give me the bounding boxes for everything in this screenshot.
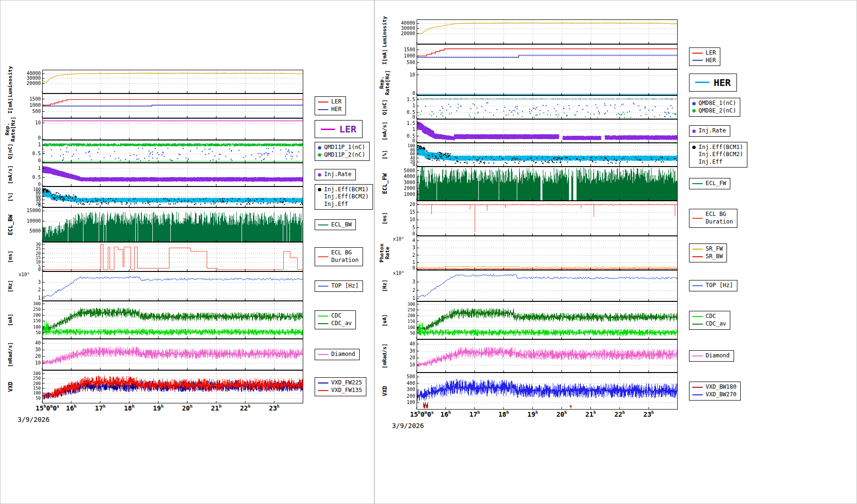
legend-entry: ECL_FW xyxy=(692,180,726,187)
x-tick-label: 21h xyxy=(211,404,222,412)
legend-label-line: Inj.Rate xyxy=(699,127,726,135)
y-axis-label-ecl-bg: [ms] xyxy=(1,242,17,271)
legend-rep-rate: HER xyxy=(689,74,737,92)
plot-ecl-bg xyxy=(17,242,307,271)
y-axis-label-line: [uA] xyxy=(382,314,388,327)
y-axis-label-charge: Q[nC] xyxy=(1,140,17,163)
legend-label: Inj.Eff(BCM1) xyxy=(699,144,743,151)
legend-label: ECL_FW xyxy=(706,180,726,187)
legend-entry: Inj.Eff xyxy=(692,159,743,166)
legend-entry: LER xyxy=(692,49,716,57)
x-tick-number: 15 xyxy=(36,404,44,412)
legend-line-sample xyxy=(318,390,328,391)
legend-label: HER xyxy=(714,76,731,89)
legend-label-line: Inj.Eff(BCM1) xyxy=(324,186,369,194)
x-tick-number: 18 xyxy=(124,404,132,412)
legend-entry: QMD11P_2(nC) xyxy=(318,151,365,159)
plot-diamond xyxy=(391,339,681,373)
legend-charge: QMD11P_1(nC)QMD11P_2(nC) xyxy=(315,142,370,160)
x-tick-unit: h xyxy=(74,404,76,409)
legend-label-line: QMD11P_1(nC) xyxy=(324,144,365,151)
x-tick-number: 15 xyxy=(410,411,418,418)
legend-label-line: ECL BG xyxy=(331,249,359,257)
row-ecl-bg: [ms]ECL BGDuration xyxy=(1,242,374,271)
legend-line-sample xyxy=(318,224,328,225)
legend-line-sample xyxy=(318,286,328,287)
x-tick-label: 19h xyxy=(153,404,163,412)
row-photon-rate: PhotonRateSR_FWSR_BW xyxy=(376,236,857,270)
legend-inj-rate: Inj.Rate xyxy=(315,169,356,180)
y-axis-label-text: Q[nC] xyxy=(8,143,13,159)
x-tick-number: 17 xyxy=(469,411,477,418)
plot-vxd xyxy=(17,370,307,403)
y-axis-label-text: [mRad/s] xyxy=(382,344,388,369)
legend-slot-ecl-fw: ECL_FW xyxy=(681,167,857,201)
legend-line-sample xyxy=(692,285,703,286)
legend-beam-current: LERHER xyxy=(689,47,720,66)
legend-label: LER xyxy=(339,123,356,135)
y-axis-label-line: ECL_BW xyxy=(7,215,13,235)
plot-top-rate xyxy=(391,270,681,301)
legend-dot-sample xyxy=(692,146,696,149)
legend-label: CDC xyxy=(331,312,342,320)
legend-label: QMD8E_1(nC) xyxy=(699,100,736,107)
dual-strip-chart-screen: LuminosityI[mA]LERHERRep.Rate[Hz]LERQ[nC… xyxy=(0,0,857,504)
legend-line-sample xyxy=(318,323,328,324)
legend-slot-ecl-bw: ECL_BW xyxy=(307,207,374,242)
x-tick-unit: s xyxy=(57,404,59,409)
legend-label: VXD_FW225 xyxy=(331,379,362,387)
legend-entry: Diamond xyxy=(692,352,730,360)
legend-label-line: Diamond xyxy=(706,352,730,360)
date-label: 3/9/2026 xyxy=(18,416,374,423)
x-tick-number: 0 xyxy=(420,411,424,418)
date-label: 3/9/2026 xyxy=(392,422,857,429)
strip-chart-window-right: LuminosityI[mA]LERHERRep.Rate[Hz]HERQ[nC… xyxy=(374,0,857,504)
y-axis-label-line: [Hz] xyxy=(382,280,388,292)
row-vxd: VXDVXD_FW225VXD_FW135 xyxy=(1,370,374,403)
legend-line-sample xyxy=(321,129,335,130)
legend-slot-cdc: CDCCDC_av xyxy=(681,301,857,339)
x-tick-number: 22 xyxy=(615,411,623,418)
legend-label-line: VXD_BW270 xyxy=(706,391,736,399)
row-luminosity: Luminosity xyxy=(376,19,857,44)
legend-entry: Diamond xyxy=(318,351,355,358)
plot-luminosity xyxy=(17,70,307,93)
plot-beam-current xyxy=(391,44,681,69)
x-tick-label: 19h xyxy=(527,410,538,418)
legend-label-line: LER xyxy=(331,98,342,106)
legend-slot-top-rate: TOP [Hz] xyxy=(681,270,857,301)
y-axis-label-inj-rate: [mA/s] xyxy=(1,163,17,187)
legend-label: TOP [Hz] xyxy=(706,282,733,289)
legend-slot-top-rate: TOP [Hz] xyxy=(307,271,374,301)
plot-vxd xyxy=(391,373,681,410)
y-axis-label-text: Luminosity xyxy=(8,66,13,97)
legend-label-line: ECL_BW xyxy=(331,221,352,229)
plot-charge xyxy=(391,95,681,119)
y-axis-label-inj-eff: [%] xyxy=(376,143,391,167)
legend-slot-inj-rate: Inj.Rate xyxy=(307,163,374,187)
legend-dot-sample xyxy=(692,130,696,133)
y-axis-label-line: [Hz] xyxy=(8,280,13,293)
y-axis-label-text: VXD xyxy=(382,386,388,396)
x-tick-number: 20 xyxy=(182,404,190,412)
legend-label: VXD_BW270 xyxy=(706,391,736,399)
plot-cdc xyxy=(17,301,307,339)
legend-label-line: VXD_FW225 xyxy=(331,379,362,387)
legend-line-sample xyxy=(318,109,328,110)
plot-ecl-bg xyxy=(391,201,681,236)
legend-line-sample xyxy=(318,383,328,383)
legend-slot-diamond: Diamond xyxy=(681,339,857,373)
x-tick-unit: h xyxy=(506,410,509,415)
legend-line-sample xyxy=(692,355,703,356)
y-axis-label-text: I[mA] xyxy=(382,49,388,65)
legend-label: CDC_av xyxy=(331,320,352,327)
x-tick-unit: h xyxy=(622,410,624,415)
legend-line-sample xyxy=(318,102,328,103)
legend-label-line: HER xyxy=(714,76,731,89)
y-axis-label-line: Rate[Hz] xyxy=(385,70,391,95)
row-charge: Q[nC]QMD8E_1(nC)QMD8E_2(nC) xyxy=(376,95,857,119)
x-tick-number: 18 xyxy=(498,411,506,418)
legend-entry: ECL BGDuration xyxy=(692,211,733,225)
plot-top-rate xyxy=(17,271,307,301)
x-tick-number: 19 xyxy=(527,411,535,418)
